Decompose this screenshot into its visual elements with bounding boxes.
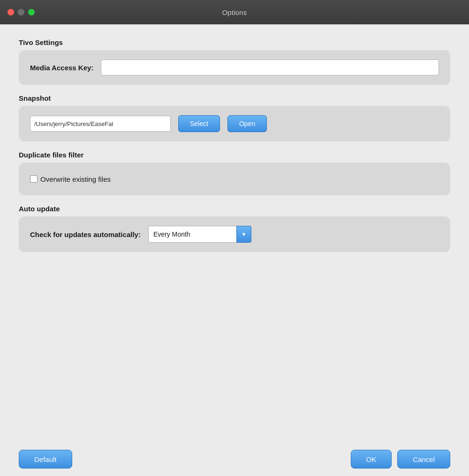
minimize-button[interactable] [18,9,24,15]
duplicate-filter-label: Duplicate files filter [19,151,450,159]
duplicate-filter-box: Overwrite existing files [19,163,450,195]
auto-update-label: Auto update [19,205,450,213]
update-select-wrapper: Never Every Day Every Week Every Month E… [148,226,251,243]
bottom-bar: Default OK Cancel [0,442,469,476]
close-button[interactable] [8,9,14,15]
tivo-settings-box: Media Access Key: [19,50,450,85]
main-content: Tivo Settings Media Access Key: Snapshot… [0,24,469,442]
media-key-input[interactable] [101,60,439,75]
cancel-button[interactable]: Cancel [397,450,450,469]
select-button[interactable]: Select [178,115,220,132]
title-bar: Options [0,0,469,24]
window-title: Options [222,8,247,16]
media-key-label: Media Access Key: [30,64,93,72]
default-button[interactable]: Default [19,450,72,469]
window-controls [8,9,35,15]
overwrite-checkbox[interactable] [30,175,38,183]
snapshot-path-input[interactable] [30,116,171,132]
open-button[interactable]: Open [227,115,267,132]
maximize-button[interactable] [28,9,35,15]
overwrite-checkbox-label[interactable]: Overwrite existing files [30,175,111,183]
bottom-right-buttons: OK Cancel [351,450,450,469]
auto-update-box: Check for updates automatically: Never E… [19,216,450,252]
snapshot-label: Snapshot [19,94,450,102]
update-frequency-select[interactable]: Never Every Day Every Week Every Month E… [148,226,251,243]
ok-button[interactable]: OK [351,450,392,469]
overwrite-label-text: Overwrite existing files [40,175,111,183]
check-updates-label: Check for updates automatically: [30,231,141,238]
tivo-settings-label: Tivo Settings [19,38,450,46]
snapshot-box: Select Open [19,106,450,141]
